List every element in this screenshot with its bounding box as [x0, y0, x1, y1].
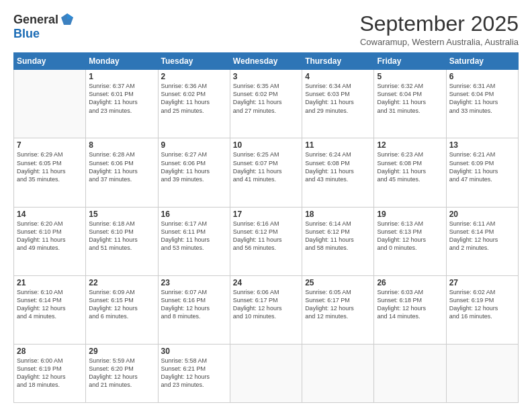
- day-header-monday: Monday: [86, 53, 158, 70]
- day-info: Sunrise: 6:35 AM Sunset: 6:02 PM Dayligh…: [233, 82, 299, 115]
- day-info: Sunrise: 6:00 AM Sunset: 6:19 PM Dayligh…: [17, 357, 83, 390]
- calendar-cell: 26Sunrise: 6:03 AM Sunset: 6:18 PM Dayli…: [374, 275, 446, 344]
- calendar-cell: 15Sunrise: 6:18 AM Sunset: 6:10 PM Dayli…: [86, 207, 158, 275]
- logo-general-text: General: [13, 13, 58, 27]
- calendar-cell: 22Sunrise: 6:09 AM Sunset: 6:15 PM Dayli…: [86, 275, 158, 344]
- day-number: 3: [233, 72, 299, 81]
- calendar-cell: 12Sunrise: 6:23 AM Sunset: 6:08 PM Dayli…: [374, 138, 446, 207]
- day-info: Sunrise: 6:23 AM Sunset: 6:08 PM Dayligh…: [377, 150, 443, 183]
- calendar-cell: 9Sunrise: 6:27 AM Sunset: 6:06 PM Daylig…: [158, 138, 230, 207]
- day-header-wednesday: Wednesday: [230, 53, 302, 70]
- day-info: Sunrise: 6:05 AM Sunset: 6:17 PM Dayligh…: [305, 288, 371, 321]
- day-number: 25: [305, 278, 371, 287]
- logo-blue-text: Blue: [13, 27, 40, 41]
- calendar-cell: [14, 70, 86, 138]
- header-row: SundayMondayTuesdayWednesdayThursdayFrid…: [14, 53, 519, 70]
- page: General Blue September 2025 Cowaramup, W…: [0, 0, 532, 411]
- calendar-cell: 23Sunrise: 6:07 AM Sunset: 6:16 PM Dayli…: [158, 275, 230, 344]
- week-row-2: 7Sunrise: 6:29 AM Sunset: 6:05 PM Daylig…: [14, 138, 519, 207]
- day-info: Sunrise: 6:17 AM Sunset: 6:11 PM Dayligh…: [161, 220, 227, 253]
- day-info: Sunrise: 6:09 AM Sunset: 6:15 PM Dayligh…: [89, 288, 154, 321]
- day-number: 21: [17, 278, 83, 287]
- week-row-5: 28Sunrise: 6:00 AM Sunset: 6:19 PM Dayli…: [14, 344, 519, 402]
- day-number: 6: [449, 72, 515, 81]
- day-info: Sunrise: 6:06 AM Sunset: 6:17 PM Dayligh…: [233, 288, 299, 321]
- day-number: 1: [89, 72, 154, 81]
- week-row-3: 14Sunrise: 6:20 AM Sunset: 6:10 PM Dayli…: [14, 207, 519, 275]
- calendar-cell: [374, 344, 446, 402]
- calendar-cell: [446, 344, 518, 402]
- calendar-cell: 28Sunrise: 6:00 AM Sunset: 6:19 PM Dayli…: [14, 344, 86, 402]
- day-info: Sunrise: 6:27 AM Sunset: 6:06 PM Dayligh…: [161, 150, 227, 183]
- calendar-cell: 25Sunrise: 6:05 AM Sunset: 6:17 PM Dayli…: [302, 275, 374, 344]
- day-info: Sunrise: 6:18 AM Sunset: 6:10 PM Dayligh…: [89, 220, 154, 253]
- calendar-cell: 1Sunrise: 6:37 AM Sunset: 6:01 PM Daylig…: [86, 70, 158, 138]
- day-info: Sunrise: 6:24 AM Sunset: 6:08 PM Dayligh…: [305, 150, 371, 183]
- calendar-cell: 8Sunrise: 6:28 AM Sunset: 6:06 PM Daylig…: [86, 138, 158, 207]
- month-title: September 2025: [359, 12, 519, 36]
- day-number: 20: [449, 210, 515, 219]
- day-number: 30: [161, 347, 227, 356]
- logo: General Blue: [13, 12, 75, 41]
- day-number: 27: [449, 278, 515, 287]
- calendar-cell: 17Sunrise: 6:16 AM Sunset: 6:12 PM Dayli…: [230, 207, 302, 275]
- week-row-4: 21Sunrise: 6:10 AM Sunset: 6:14 PM Dayli…: [14, 275, 519, 344]
- day-info: Sunrise: 6:34 AM Sunset: 6:03 PM Dayligh…: [305, 82, 371, 115]
- day-number: 11: [305, 140, 371, 150]
- calendar-cell: 6Sunrise: 6:31 AM Sunset: 6:04 PM Daylig…: [446, 70, 518, 138]
- week-row-1: 1Sunrise: 6:37 AM Sunset: 6:01 PM Daylig…: [14, 70, 519, 138]
- day-number: 28: [17, 347, 83, 356]
- day-header-friday: Friday: [374, 53, 446, 70]
- day-info: Sunrise: 6:02 AM Sunset: 6:19 PM Dayligh…: [449, 288, 515, 321]
- day-info: Sunrise: 6:32 AM Sunset: 6:04 PM Dayligh…: [377, 82, 443, 115]
- day-info: Sunrise: 5:59 AM Sunset: 6:20 PM Dayligh…: [89, 357, 154, 390]
- day-info: Sunrise: 6:03 AM Sunset: 6:18 PM Dayligh…: [377, 288, 443, 321]
- calendar-cell: 3Sunrise: 6:35 AM Sunset: 6:02 PM Daylig…: [230, 70, 302, 138]
- day-info: Sunrise: 6:37 AM Sunset: 6:01 PM Dayligh…: [89, 82, 154, 115]
- day-number: 9: [161, 140, 227, 150]
- day-number: 13: [449, 140, 515, 150]
- day-header-tuesday: Tuesday: [158, 53, 230, 70]
- day-info: Sunrise: 6:16 AM Sunset: 6:12 PM Dayligh…: [233, 220, 299, 253]
- calendar-cell: 19Sunrise: 6:13 AM Sunset: 6:13 PM Dayli…: [374, 207, 446, 275]
- location-subtitle: Cowaramup, Western Australia, Australia: [359, 37, 519, 47]
- day-number: 12: [377, 140, 443, 150]
- calendar-cell: 27Sunrise: 6:02 AM Sunset: 6:19 PM Dayli…: [446, 275, 518, 344]
- calendar-cell: 10Sunrise: 6:25 AM Sunset: 6:07 PM Dayli…: [230, 138, 302, 207]
- day-number: 8: [89, 140, 154, 150]
- title-area: September 2025 Cowaramup, Western Austra…: [359, 12, 519, 47]
- day-number: 18: [305, 210, 371, 219]
- day-info: Sunrise: 6:11 AM Sunset: 6:14 PM Dayligh…: [449, 220, 515, 253]
- calendar-cell: [230, 344, 302, 402]
- day-number: 26: [377, 278, 443, 287]
- day-number: 15: [89, 210, 154, 219]
- calendar-cell: 16Sunrise: 6:17 AM Sunset: 6:11 PM Dayli…: [158, 207, 230, 275]
- day-number: 4: [305, 72, 371, 81]
- day-number: 16: [161, 210, 227, 219]
- day-number: 19: [377, 210, 443, 219]
- calendar-cell: [302, 344, 374, 402]
- day-header-saturday: Saturday: [446, 53, 518, 70]
- day-info: Sunrise: 6:36 AM Sunset: 6:02 PM Dayligh…: [161, 82, 227, 115]
- day-number: 23: [161, 278, 227, 287]
- calendar-cell: 29Sunrise: 5:59 AM Sunset: 6:20 PM Dayli…: [86, 344, 158, 402]
- day-number: 17: [233, 210, 299, 219]
- header: General Blue September 2025 Cowaramup, W…: [13, 12, 519, 47]
- day-info: Sunrise: 6:28 AM Sunset: 6:06 PM Dayligh…: [89, 150, 154, 183]
- calendar-cell: 7Sunrise: 6:29 AM Sunset: 6:05 PM Daylig…: [14, 138, 86, 207]
- calendar-table: SundayMondayTuesdayWednesdayThursdayFrid…: [13, 52, 519, 403]
- day-info: Sunrise: 6:13 AM Sunset: 6:13 PM Dayligh…: [377, 220, 443, 253]
- day-number: 22: [89, 278, 154, 287]
- logo-flag-icon: [60, 12, 75, 27]
- day-info: Sunrise: 6:31 AM Sunset: 6:04 PM Dayligh…: [449, 82, 515, 115]
- day-number: 24: [233, 278, 299, 287]
- day-number: 29: [89, 347, 154, 356]
- calendar-cell: 13Sunrise: 6:21 AM Sunset: 6:09 PM Dayli…: [446, 138, 518, 207]
- calendar-cell: 20Sunrise: 6:11 AM Sunset: 6:14 PM Dayli…: [446, 207, 518, 275]
- day-info: Sunrise: 6:07 AM Sunset: 6:16 PM Dayligh…: [161, 288, 227, 321]
- day-info: Sunrise: 6:29 AM Sunset: 6:05 PM Dayligh…: [17, 150, 83, 183]
- day-header-sunday: Sunday: [14, 53, 86, 70]
- day-info: Sunrise: 6:21 AM Sunset: 6:09 PM Dayligh…: [449, 150, 515, 183]
- day-number: 2: [161, 72, 227, 81]
- day-info: Sunrise: 6:20 AM Sunset: 6:10 PM Dayligh…: [17, 220, 83, 253]
